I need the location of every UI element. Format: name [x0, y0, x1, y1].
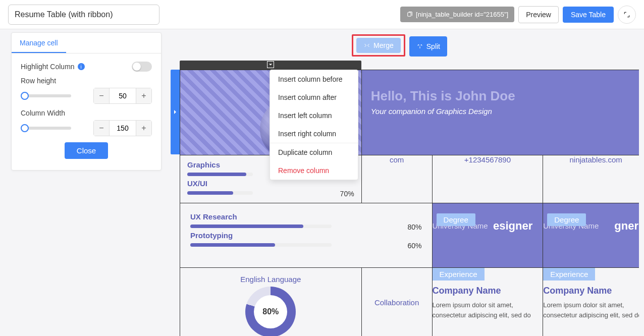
highlight-column-label: Highlight Column i — [21, 63, 85, 71]
shortcode-button[interactable]: [ninja_table_builder id="21655"] — [400, 7, 514, 22]
menu-insert-col-after[interactable]: Insert column after — [270, 88, 358, 106]
degree-badge: Degree — [547, 213, 586, 226]
donut-chart: 80% — [245, 287, 296, 336]
merge-icon — [363, 42, 370, 48]
preview-button[interactable]: Preview — [518, 6, 559, 23]
save-table-button[interactable]: Save Table — [563, 7, 614, 23]
donut-cell-1[interactable]: English Language 80% — [180, 268, 361, 336]
info-icon[interactable]: i — [78, 63, 85, 70]
merge-highlight-box: Merge — [352, 34, 405, 57]
manage-cell-tab[interactable]: Manage cell — [12, 33, 66, 53]
donut-percent: 80% — [262, 307, 279, 316]
copy-icon — [406, 11, 413, 18]
svg-rect-0 — [408, 13, 411, 17]
experience-cell-2[interactable]: Experience Company Name Lorem ipsum dolo… — [543, 268, 639, 337]
degree-cell-1[interactable]: Degree esigner University Name — [432, 203, 543, 268]
phone-cell[interactable]: +1234567890 — [432, 155, 543, 203]
row-height-value[interactable] — [109, 88, 136, 103]
column-width-value[interactable] — [109, 121, 136, 136]
skill-label: UX/UI — [187, 179, 354, 188]
hero-text-cell[interactable]: Hello, This is John Doe Your companion o… — [362, 70, 639, 155]
menu-insert-left-col[interactable]: Insert left column — [270, 106, 358, 125]
row-height-decrement[interactable]: − — [94, 88, 109, 103]
split-button[interactable]: Split — [409, 36, 447, 57]
skill-label: UX Research — [190, 212, 422, 221]
email-cell[interactable]: com — [361, 155, 432, 203]
menu-duplicate-col[interactable]: Duplicate column — [270, 143, 358, 161]
menu-insert-right-col[interactable]: Insert right column — [270, 125, 358, 143]
column-width-increment[interactable]: + — [136, 121, 151, 136]
table-title-input[interactable] — [8, 5, 159, 25]
shortcode-text: [ninja_table_builder id="21655"] — [416, 11, 508, 18]
donut-label: Collaboration — [369, 298, 425, 307]
degree-cell-2[interactable]: Degree gner University Name — [543, 203, 639, 268]
experience-body: Lorem ipsum dolor sit amet, consectetur … — [543, 300, 639, 320]
skill-percent: 70% — [340, 190, 354, 198]
column-header-selected[interactable] — [180, 61, 361, 70]
donut-label: English Language — [187, 275, 354, 284]
column-width-decrement[interactable]: − — [94, 121, 109, 136]
merge-button[interactable]: Merge — [356, 38, 401, 53]
column-width-label: Column Width — [21, 109, 152, 117]
chevron-right-icon — [173, 109, 178, 115]
column-width-stepper[interactable]: − + — [93, 120, 152, 136]
experience-body: Lorem ipsum dolor sit amet, consectetur … — [433, 300, 543, 320]
experience-cell-1[interactable]: Experience Company Name Lorem ipsum dolo… — [432, 268, 543, 337]
split-icon — [416, 43, 423, 49]
row-height-label: Row height — [21, 77, 152, 85]
column-menu-trigger[interactable] — [267, 61, 274, 68]
contact-text: com — [390, 155, 404, 164]
experience-title: Company Name — [543, 286, 639, 296]
chevron-down-icon — [269, 63, 273, 67]
donut-cell-2[interactable]: Collaboration — [362, 268, 432, 317]
close-button[interactable]: Close — [65, 142, 108, 159]
contact-text: ninjatables.com — [570, 155, 622, 164]
menu-insert-col-before[interactable]: Insert column before — [270, 70, 358, 88]
merge-label: Merge — [373, 41, 394, 49]
experience-badge: Experience — [433, 268, 485, 281]
degree-title: gner — [614, 219, 638, 233]
hero-subtitle: Your companion of Graphics Design — [371, 107, 639, 116]
degree-title: esigner — [493, 219, 532, 233]
row-header-selected[interactable] — [171, 70, 180, 154]
row-height-increment[interactable]: + — [136, 88, 151, 103]
skill-label: Prototyping — [190, 231, 422, 240]
skill-percent: 80% — [408, 223, 422, 231]
skill-percent: 60% — [408, 242, 422, 250]
hero-title: Hello, This is John Doe — [371, 88, 639, 104]
contact-text: +1234567890 — [464, 155, 511, 164]
cell-settings-panel: Manage cell Highlight Column i Row heigh… — [11, 32, 162, 171]
row-height-stepper[interactable]: − + — [93, 88, 152, 104]
row-height-slider[interactable] — [21, 94, 71, 97]
resume-table: Hello, This is John Doe Your companion o… — [180, 70, 639, 336]
column-context-menu: Insert column before Insert column after… — [270, 70, 358, 180]
highlight-toggle[interactable] — [132, 62, 152, 72]
experience-title: Company Name — [433, 286, 543, 296]
degree-badge: Degree — [437, 213, 475, 226]
split-label: Split — [426, 42, 440, 50]
menu-remove-col[interactable]: Remove column — [270, 161, 358, 180]
experience-badge: Experience — [543, 268, 595, 281]
fullscreen-button[interactable] — [618, 6, 636, 24]
table-canvas: Hello, This is John Doe Your companion o… — [171, 61, 639, 336]
skills-cell-mid[interactable]: UX Research 80% Prototyping 60% — [180, 203, 432, 259]
site-cell[interactable]: ninjatables.com — [543, 155, 639, 203]
expand-icon — [623, 11, 630, 18]
column-width-slider[interactable] — [21, 127, 71, 130]
